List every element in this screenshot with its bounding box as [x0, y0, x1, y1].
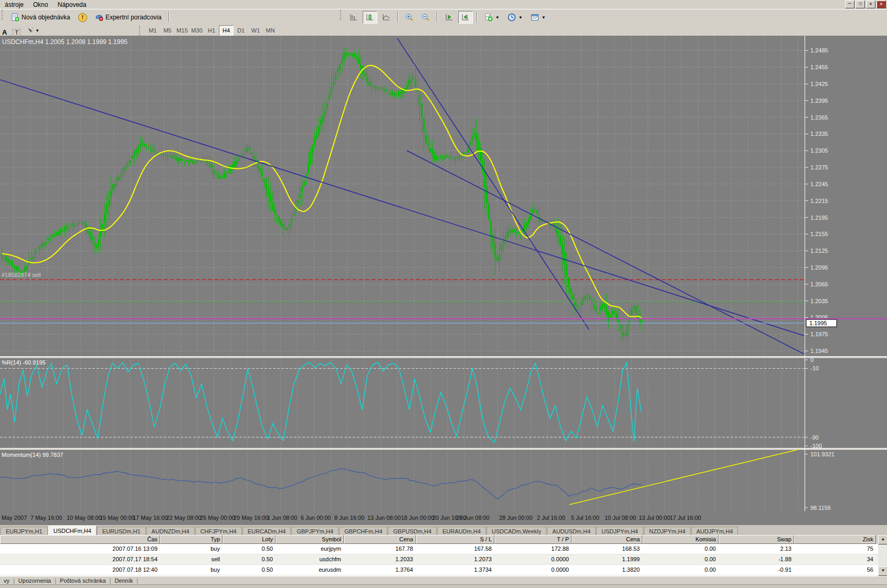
- auto-scroll-button[interactable]: [442, 11, 457, 24]
- zoom-in-button[interactable]: [402, 11, 417, 24]
- scroll-up-button[interactable]: ▲: [878, 535, 887, 544]
- timeframe-button-m5[interactable]: M5: [160, 25, 175, 36]
- price-tick-label: 1.2365: [810, 114, 828, 121]
- chart-tab[interactable]: EURUSDm,H1: [97, 527, 146, 536]
- chart-tab[interactable]: EURCADm,H4: [242, 527, 291, 536]
- cursor-tool-button[interactable]: ▼: [24, 25, 41, 36]
- time-axis-label: 17 May 16:00: [133, 515, 168, 521]
- timeframe-button-m15[interactable]: M15: [175, 25, 189, 36]
- time-axis-label: 13 Jun 08:00: [367, 515, 401, 521]
- close-button[interactable]: ✕: [866, 1, 875, 8]
- line-chart-button[interactable]: [379, 11, 394, 24]
- terminal-column-header[interactable]: T / P: [494, 535, 572, 544]
- chart-shift-button[interactable]: [458, 11, 473, 24]
- chart-tab[interactable]: GBPJPYm,H4: [291, 527, 339, 536]
- chart-tab[interactable]: EURAUDm,H4: [437, 527, 486, 536]
- zoom-out-button[interactable]: [418, 11, 433, 24]
- time-axis-label: 10 May 08:00: [67, 515, 102, 521]
- time-axis-label: 10 Jul 08:00: [605, 515, 636, 521]
- timeframe-button-h4[interactable]: H4: [219, 25, 234, 36]
- chart-tab[interactable]: USDJPYm,H4: [596, 527, 643, 536]
- terminal-order-row[interactable]: 2007.07.17 18:54sell0.50usdchfm1.20331.2…: [0, 554, 887, 565]
- warning-button[interactable]: !: [75, 11, 90, 24]
- terminal-column-header[interactable]: Komisia: [642, 535, 719, 544]
- terminal-column-header[interactable]: S / L: [416, 535, 494, 544]
- timeframe-button-d1[interactable]: D1: [234, 25, 248, 36]
- terminal-tab[interactable]: Poštová schránka: [56, 578, 109, 584]
- terminal-column-header[interactable]: Swap: [719, 535, 794, 544]
- terminal-cell: 0.0000: [494, 554, 572, 564]
- terminal-cell: eurusdm: [276, 565, 344, 575]
- chart-tab[interactable]: CHFJPYm,H4: [195, 527, 242, 536]
- terminal-tab[interactable]: Denník: [111, 578, 136, 584]
- chart-tab[interactable]: NZDJPYm,H4: [644, 527, 691, 536]
- toolbar-grip[interactable]: [340, 9, 343, 20]
- momentum-canvas[interactable]: 101.932198.1156Momentum(14) 99.7837: [0, 450, 887, 511]
- terminal-header: ČasTypLotySymbolCenaS / LT / PCenaKomisi…: [0, 535, 887, 544]
- candlestick-chart-button[interactable]: [363, 11, 377, 24]
- clock-icon: [508, 13, 516, 22]
- toolbar-grip[interactable]: [2, 9, 5, 20]
- chart-toolbar: ▼ ▼ ▼: [339, 9, 549, 24]
- toolbar-separator: [397, 12, 398, 22]
- terminal-order-row[interactable]: 2007.07.18 12:40buy0.50eurusdm1.37641.37…: [0, 565, 887, 575]
- chart-tab[interactable]: EURJPYm,H1: [1, 527, 48, 536]
- template-icon: [531, 13, 539, 22]
- terminal-panel: ČasTypLotySymbolCenaS / LT / PCenaKomisi…: [0, 535, 887, 576]
- terminal-column-header[interactable]: Zisk: [794, 535, 876, 544]
- terminal-cell: 34: [794, 554, 876, 564]
- terminal-cell: 2007.07.18 12:40: [0, 565, 160, 575]
- minimize-button[interactable]: ─: [845, 1, 854, 8]
- dropdown-caret-icon: ▼: [542, 15, 546, 20]
- chart-tab[interactable]: USDCHFm,H4: [48, 526, 97, 536]
- terminal-column-header[interactable]: Cena: [572, 535, 642, 544]
- time-axis[interactable]: May 20077 May 16:0010 May 08:0015 May 00…: [0, 511, 887, 525]
- mt4-window: ástroje Okno Nápoveda ─ ❐ ✕ ✕ Nová objed…: [0, 0, 887, 588]
- chart-tab[interactable]: AUDJPYm,H4: [691, 527, 738, 536]
- terminal-column-header[interactable]: Symbol: [276, 535, 344, 544]
- terminal-cell: 0.50: [223, 554, 276, 564]
- terminal-tab[interactable]: Upozornenia: [15, 578, 55, 584]
- terminal-scrollbar[interactable]: ▲ ▼: [878, 535, 887, 576]
- time-axis-label: 28 Jun 00:00: [499, 515, 533, 521]
- periods-button[interactable]: ▼: [504, 11, 526, 24]
- restore-button[interactable]: ❐: [856, 1, 865, 8]
- chart-tab[interactable]: AUDNZDm,H4: [146, 527, 195, 536]
- menu-help[interactable]: Nápoveda: [53, 1, 91, 9]
- main-chart-canvas[interactable]: 1.24851.24551.24251.23951.23651.23351.23…: [0, 36, 887, 357]
- timeframe-button-w1[interactable]: W1: [248, 25, 263, 36]
- terminal-column-header[interactable]: Cena: [344, 535, 416, 544]
- text-tool-icon: T: [13, 29, 20, 36]
- candlestick-chart-icon: [366, 13, 374, 22]
- wr-tick-label: -10: [810, 365, 819, 371]
- terminal-column-header[interactable]: Čas: [0, 535, 160, 544]
- menu-window[interactable]: Okno: [28, 1, 53, 9]
- price-axis-border: [805, 36, 805, 511]
- expert-advisors-button[interactable]: Expertní poradcovia: [92, 11, 165, 24]
- timeframe-button-m30[interactable]: M30: [189, 25, 204, 36]
- terminal-tab[interactable]: vy: [0, 578, 13, 584]
- app-close-button[interactable]: ✕: [877, 1, 886, 8]
- williams-r-canvas[interactable]: 0-10-90-100%R(14) -60.9195: [0, 358, 887, 448]
- menu-tools[interactable]: ástroje: [0, 1, 28, 9]
- chart-tab[interactable]: GBPUSDm,H4: [388, 527, 437, 536]
- bar-chart-button[interactable]: [346, 11, 361, 24]
- chart-tab[interactable]: AUDUSDm,H4: [547, 527, 596, 536]
- toolbar-grip[interactable]: [139, 26, 142, 36]
- timeframe-button-m1[interactable]: M1: [145, 25, 160, 36]
- crosshair-icon: [26, 26, 35, 35]
- indicators-button[interactable]: ▼: [481, 11, 503, 24]
- timeframe-button-h1[interactable]: H1: [204, 25, 219, 36]
- price-tick-label: 1.2275: [810, 164, 828, 170]
- terminal-order-row[interactable]: 2007.07.16 13:09buy0.50eurjpym167.78167.…: [0, 544, 887, 554]
- new-order-button[interactable]: Nová objednávka: [8, 11, 73, 24]
- chart-tab[interactable]: USDCADm,Weekly: [487, 527, 547, 536]
- scroll-down-button[interactable]: ▼: [878, 566, 887, 576]
- expert-advisors-icon: [95, 13, 103, 22]
- chart-tab[interactable]: GBPCHFm,H4: [339, 527, 387, 536]
- terminal-column-header[interactable]: Loty: [223, 535, 276, 544]
- terminal-cell: 0.00: [642, 565, 719, 575]
- templates-button[interactable]: ▼: [527, 11, 549, 24]
- terminal-column-header[interactable]: Typ: [160, 535, 223, 544]
- timeframe-button-mn[interactable]: MN: [263, 25, 278, 36]
